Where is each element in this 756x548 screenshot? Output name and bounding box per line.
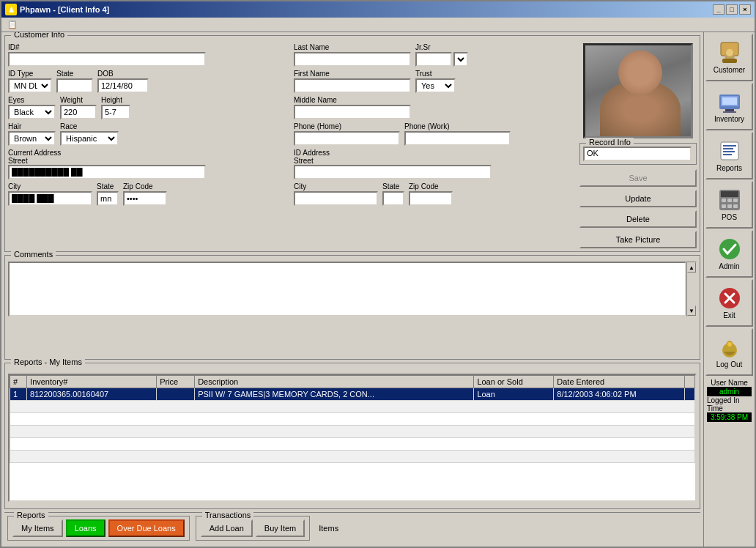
eyes-group: Eyes Black Brown Blue Green: [8, 96, 56, 119]
address-section: Current Address Street City Stat: [8, 149, 291, 209]
middle-name-group: Middle Name: [294, 96, 411, 119]
over-due-button[interactable]: Over Due Loans: [108, 519, 185, 537]
user-name-label: User Name: [711, 379, 748, 387]
race-group: Race Hispanic White Black Asian: [60, 122, 119, 146]
my-items-button[interactable]: My Items: [12, 519, 63, 537]
id-group: ID#: [8, 43, 206, 67]
physical-row: Eyes Black Brown Blue Green Weight: [8, 96, 291, 119]
reports-icon: [718, 139, 741, 163]
middle-name-input[interactable]: [294, 105, 411, 119]
id-address-label: ID Address: [294, 149, 577, 157]
customer-info-title: Customer Info: [11, 32, 67, 39]
current-address-label: Current Address: [8, 149, 291, 157]
weight-input[interactable]: [60, 105, 97, 119]
id-zip-label: Zip Code: [409, 182, 453, 190]
svg-point-22: [719, 239, 740, 259]
content-area: Customer Info ID#: [1, 32, 703, 547]
sidebar-inventory-button[interactable]: Inventory: [705, 83, 753, 130]
last-name-row: Last Name Jr.Sr: [294, 43, 577, 67]
title-controls[interactable]: _ □ ×: [713, 4, 751, 15]
table-row[interactable]: [10, 426, 695, 438]
sidebar-pos-button[interactable]: POS: [705, 181, 753, 229]
first-name-row: First Name Trust Yes No: [294, 70, 577, 93]
comments-title: Comments: [11, 250, 56, 259]
sidebar-reports-button[interactable]: Reports: [705, 132, 753, 179]
comments-textarea[interactable]: [8, 262, 686, 316]
jr-sr-select[interactable]: [453, 52, 468, 67]
height-input[interactable]: [101, 105, 130, 119]
sidebar-exit-button[interactable]: Exit: [705, 279, 753, 327]
svg-rect-19: [722, 204, 726, 208]
loans-button[interactable]: Loans: [66, 519, 105, 537]
reports-label: Reports: [716, 164, 742, 172]
phone-home-input[interactable]: [294, 131, 400, 146]
table-row[interactable]: [10, 438, 695, 451]
restore-button[interactable]: □: [726, 4, 738, 15]
current-street-input[interactable]: [8, 165, 206, 179]
phone-work-group: Phone (Work): [404, 122, 511, 146]
col-description: Description: [195, 376, 474, 388]
eyes-select[interactable]: Black Brown Blue Green: [8, 105, 56, 119]
customer-icon: [718, 41, 741, 64]
scroll-up[interactable]: ▲: [687, 262, 696, 273]
table-row[interactable]: 1 812200365.00160407 PSII W/ 7 GAMES|3 M…: [10, 388, 695, 401]
close-button[interactable]: ×: [739, 4, 751, 15]
id-city-input[interactable]: [294, 191, 378, 206]
id-zip-input[interactable]: [409, 191, 453, 206]
current-state-label: State: [97, 182, 119, 190]
id-city-group: City: [294, 182, 378, 206]
cell-description: PSII W/ 7 GAMES|3 MEMORY CARDS, 2 CON...: [195, 388, 474, 401]
save-button[interactable]: Save: [579, 169, 697, 187]
svg-rect-17: [727, 199, 732, 202]
trust-group: Trust Yes No: [415, 70, 456, 93]
weight-group: Weight: [60, 96, 97, 119]
scroll-down[interactable]: ▼: [687, 306, 696, 316]
main-container: Customer Info ID#: [1, 32, 755, 547]
current-city-input[interactable]: [8, 191, 92, 206]
comments-panel: Comments ▲ ▼: [4, 255, 700, 360]
current-city-group: City: [8, 182, 92, 206]
cell-date: 8/12/2003 4:06:02 PM: [554, 388, 685, 401]
id-state-label: State: [382, 182, 404, 190]
phone-work-input[interactable]: [404, 131, 511, 146]
table-row[interactable]: [10, 451, 695, 463]
trust-select[interactable]: Yes No: [415, 78, 456, 93]
jr-sr-input[interactable]: [415, 52, 452, 67]
sidebar-logout-button[interactable]: Log Out: [705, 328, 753, 376]
hair-select[interactable]: Brown Black Blonde: [8, 131, 56, 146]
update-button[interactable]: Update: [579, 190, 697, 207]
id-street-input[interactable]: [294, 165, 492, 179]
sidebar-admin-button[interactable]: Admin: [705, 230, 753, 278]
minimize-button[interactable]: _: [713, 4, 724, 15]
reports-table-container[interactable]: # Inventory# Price Description Loan or S…: [8, 374, 697, 502]
current-state-input[interactable]: [97, 191, 119, 206]
id-state-input[interactable]: [382, 191, 404, 206]
state-input[interactable]: [56, 78, 93, 93]
title-bar: ♟ Phpawn - [Client Info 4] _ □ ×: [1, 1, 755, 18]
svg-rect-13: [723, 154, 732, 155]
buy-item-button[interactable]: Buy Item: [256, 519, 305, 537]
menu-icon[interactable]: 📋: [4, 19, 21, 30]
weight-label: Weight: [60, 96, 97, 104]
time-value: 3:59:38 PM: [707, 412, 752, 422]
table-row[interactable]: [10, 401, 695, 413]
table-row[interactable]: [10, 413, 695, 426]
pos-label: POS: [722, 213, 737, 221]
eyes-label: Eyes: [8, 96, 56, 104]
sidebar-customer-button[interactable]: Customer: [705, 34, 753, 81]
id-city-row: City State Zip Code: [294, 182, 577, 206]
id-type-select[interactable]: MN DL WI DL ND DL: [8, 78, 52, 93]
dob-input[interactable]: [97, 78, 149, 93]
delete-button[interactable]: Delete: [579, 210, 697, 228]
race-select[interactable]: Hispanic White Black Asian: [60, 131, 119, 146]
add-loan-button[interactable]: Add Loan: [201, 519, 253, 537]
current-zip-input[interactable]: [123, 191, 167, 206]
take-picture-button[interactable]: Take Picture: [579, 231, 697, 248]
comments-scrollbar[interactable]: ▲ ▼: [686, 262, 697, 316]
first-name-input[interactable]: [294, 78, 411, 93]
bottom-bar: Reports My Items Loans Over Due Loans Tr…: [4, 512, 700, 544]
last-name-input[interactable]: [294, 52, 411, 67]
id-input[interactable]: [8, 52, 206, 67]
logout-icon: [718, 336, 741, 359]
right-form: Last Name Jr.Sr: [294, 43, 577, 248]
